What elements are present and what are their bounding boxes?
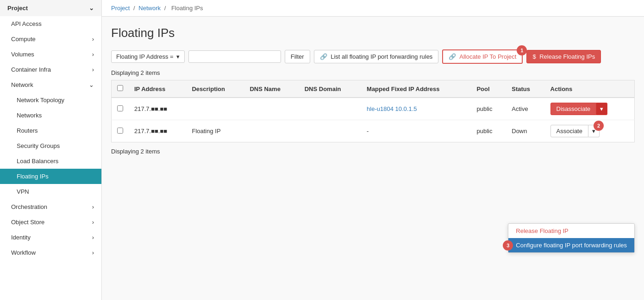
chevron-right-icon: › [92,249,94,256]
breadcrumb-project[interactable]: Project [111,5,130,12]
row2-dns-domain [299,120,361,142]
sidebar-routers-label: Routers [17,127,38,134]
sidebar-item-identity[interactable]: Identity › [0,230,101,245]
breadcrumb-separator2: / [164,5,168,12]
items-count-bottom: Displaying 2 items [111,148,635,155]
sidebar-compute-label: Compute [11,36,36,43]
sidebar: Project ⌄ API Access Compute › Volumes ›… [0,0,102,300]
breadcrumb-current: Floating IPs [171,5,203,12]
row2-checkbox-cell [112,120,129,142]
chevron-right-icon: › [92,219,94,226]
row2-ip: 217.7.■■.■■ [129,120,186,142]
sidebar-network-topology-label: Network Topology [17,97,64,104]
sidebar-item-security-groups[interactable]: Security Groups [0,138,101,153]
breadcrumb-separator1: / [133,5,137,12]
dropdown-configure-port-forwarding[interactable]: 3 Configure floating IP port forwarding … [508,238,634,252]
table-header-dns-name: DNS Name [244,80,299,98]
sidebar-load-balancers-label: Load Balancers [17,158,58,165]
release-floating-ips-button[interactable]: $ Release Floating IPs [526,50,601,63]
table-header-pool: Pool [471,80,506,98]
row2-checkbox[interactable] [117,128,123,134]
sidebar-item-networks[interactable]: Networks [0,108,101,123]
sidebar-item-api-access[interactable]: API Access [0,16,101,31]
sidebar-item-volumes[interactable]: Volumes › [0,47,101,62]
sidebar-object-store-label: Object Store [11,219,44,226]
sidebar-item-routers[interactable]: Routers [0,123,101,138]
floating-ips-table: IP Address Description DNS Name DNS Doma… [111,80,635,142]
dropdown-release-floating-ip[interactable]: Release Floating IP [508,224,634,238]
sidebar-floating-ips-label: Floating IPs [17,173,49,180]
sidebar-item-workflow[interactable]: Workflow › [0,245,101,260]
sidebar-api-access-label: API Access [11,20,42,27]
sidebar-item-container-infra[interactable]: Container Infra › [0,62,101,77]
sidebar-vpn-label: VPN [17,188,29,195]
sidebar-project-label: Project [7,5,28,12]
row2-description: Floating IP [186,120,244,142]
dollar-icon: $ [532,53,536,60]
sidebar-network-label: Network [11,81,33,88]
row1-mapped-ip-link[interactable]: hle-u1804 10.0.1.5 [367,105,417,112]
table-header-dns-domain: DNS Domain [299,80,361,98]
row2-pool: public [471,120,506,142]
dropdown-menu: Release Floating IP 3 Configure floating… [508,223,635,253]
row2-action-caret[interactable]: ▾ 2 [588,125,600,137]
table-row: 217.7.■■.■■ Floating IP - public Down As… [112,120,635,142]
chevron-right-icon: › [92,203,94,210]
row2-mapped-ip: - [361,120,471,142]
row1-checkbox[interactable] [117,105,123,111]
sidebar-project[interactable]: Project ⌄ [0,0,101,16]
row1-status: Active [506,98,544,120]
row1-dns-name [244,98,299,120]
badge-1: 1 [517,45,527,55]
chevron-right-icon: › [92,234,94,241]
row1-checkbox-cell [112,98,129,120]
sidebar-networks-label: Networks [17,112,42,119]
table-header-description: Description [186,80,244,98]
list-rules-button[interactable]: 🔗 List all floating IP port forwarding r… [314,50,439,63]
row1-mapped-ip: hle-u1804 10.0.1.5 [361,98,471,120]
sidebar-identity-label: Identity [11,234,31,241]
allocate-button[interactable]: 1 🔗 Allocate IP To Project [442,49,523,64]
filter-input[interactable] [188,50,281,63]
sidebar-item-network-topology[interactable]: Network Topology [0,92,101,108]
row1-dns-domain [299,98,361,120]
badge-2: 2 [594,121,604,131]
row1-action-group: Disassociate ▾ [550,103,629,115]
row2-actions: Associate ▾ 2 [545,120,635,142]
sidebar-item-load-balancers[interactable]: Load Balancers [0,153,101,169]
sidebar-item-floating-ips[interactable]: Floating IPs [0,169,101,184]
row2-associate-button[interactable]: Associate [550,125,588,137]
filter-dropdown[interactable]: Floating IP Address = ▾ [111,50,185,63]
sidebar-item-compute[interactable]: Compute › [0,31,101,47]
row1-actions: Disassociate ▾ [545,98,635,120]
table-header-ip: IP Address [129,80,186,98]
row1-action-caret[interactable]: ▾ [596,103,607,115]
filter-button[interactable]: Filter [285,50,310,63]
caret-icon: ▾ [176,53,180,60]
sidebar-volumes-label: Volumes [11,51,34,58]
row1-disassociate-button[interactable]: Disassociate [550,103,597,115]
sidebar-item-vpn[interactable]: VPN [0,184,101,199]
table-row: 217.7.■■.■■ hle-u1804 10.0.1.5 public Ac… [112,98,635,120]
row1-description [186,98,244,120]
sidebar-item-orchestration[interactable]: Orchestration › [0,199,101,214]
sidebar-item-network[interactable]: Network ⌄ [0,77,101,92]
allocate-container: 1 🔗 Allocate IP To Project [442,49,523,64]
page-title: Floating IPs [111,26,635,40]
table-header-checkbox [112,80,129,98]
chevron-right-icon: › [92,36,94,43]
page-content-area: Floating IPs Floating IP Address = ▾ Fil… [102,17,644,168]
allocate-label: Allocate IP To Project [459,53,516,60]
breadcrumb-network[interactable]: Network [138,5,161,12]
badge-3: 3 [503,240,513,251]
chevron-down-icon: ⌄ [89,81,94,88]
sidebar-container-infra-label: Container Infra [11,66,51,73]
sidebar-workflow-label: Workflow [11,249,36,256]
sidebar-item-object-store[interactable]: Object Store › [0,214,101,230]
table-header-mapped-ip: Mapped Fixed IP Address [361,80,471,98]
list-rules-label: List all floating IP port forwarding rul… [331,53,432,60]
main-content: Project / Network / Floating IPs Floatin… [102,0,644,300]
sidebar-security-groups-label: Security Groups [17,142,60,149]
chevron-right-icon: › [92,51,94,58]
select-all-checkbox[interactable] [117,85,123,91]
